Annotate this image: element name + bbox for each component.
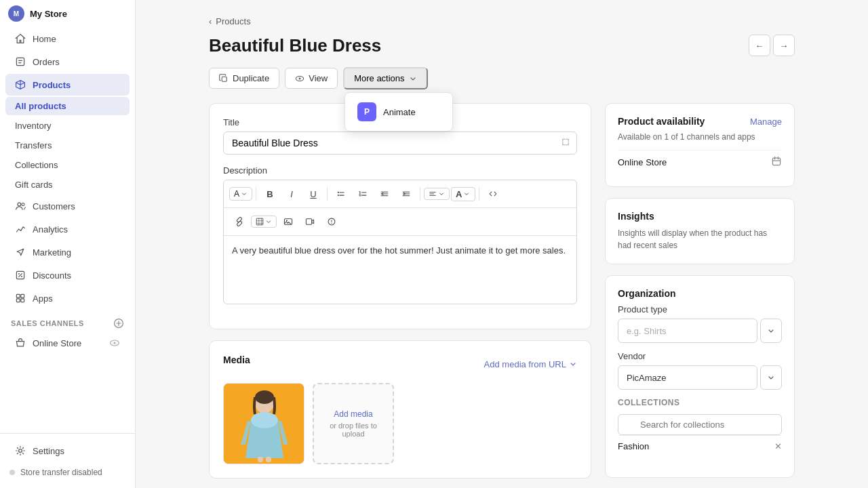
rte-italic-button[interactable]: I [281, 184, 302, 203]
view-button[interactable]: View [285, 68, 338, 89]
insights-title: Insights [618, 211, 654, 222]
action-bar: Duplicate View More actions P Animate [209, 67, 795, 89]
store-transfer-dot [9, 470, 15, 475]
add-media-url-button[interactable]: Add media from URL [484, 359, 577, 369]
svg-point-2 [22, 203, 24, 206]
media-upload-area[interactable]: Add media or drop files toupload [313, 383, 394, 464]
chevron-down-small-icon [241, 190, 248, 197]
duplicate-button[interactable]: Duplicate [209, 68, 279, 89]
svg-rect-0 [16, 58, 24, 65]
more-actions-button[interactable]: More actions [343, 67, 427, 89]
product-type-input[interactable]: e.g. Shirts [618, 319, 757, 343]
manage-availability-link[interactable]: Manage [750, 117, 782, 127]
rte-align-select[interactable] [424, 188, 450, 200]
vendor-dropdown-button[interactable] [760, 365, 782, 390]
rte-bold-button[interactable]: B [260, 184, 280, 203]
left-column: Title Description [209, 103, 591, 488]
vendor-input[interactable]: PicAmaze [618, 365, 757, 390]
align-chevron-icon [438, 190, 445, 197]
online-store-eye-icon [109, 338, 120, 348]
animate-icon: P [357, 102, 376, 121]
sidebar-item-customers[interactable]: Customers [5, 195, 130, 217]
rte-content-area[interactable]: A very beautiful blue dress over for the… [224, 236, 576, 304]
sidebar-item-collections[interactable]: Collections [5, 156, 130, 174]
rte-divider1 [256, 187, 256, 201]
availability-header: Product availability Manage [618, 116, 782, 127]
breadcrumb-products-link[interactable]: Products [216, 16, 250, 26]
svg-rect-26 [266, 457, 271, 462]
chevron-down-icon [409, 75, 417, 83]
calendar-icon[interactable] [771, 156, 782, 169]
sidebar-item-analytics[interactable]: Analytics [5, 218, 130, 240]
collections-search-wrapper [618, 414, 782, 435]
sidebar-item-apps[interactable]: Apps [5, 287, 130, 309]
sidebar-item-settings[interactable]: Settings [5, 440, 130, 462]
store-icon-nav [15, 338, 26, 348]
page-title: Beautiful Blue Dress [209, 35, 381, 56]
insights-header: Insights [618, 211, 782, 222]
sidebar-item-online-store[interactable]: Online Store [5, 332, 130, 354]
rte-video-button[interactable] [300, 212, 320, 231]
sidebar-item-inventory[interactable]: Inventory [5, 117, 130, 135]
store-name[interactable]: M My Store [0, 0, 135, 27]
svg-point-24 [251, 412, 278, 428]
rte-code-button[interactable] [483, 184, 503, 203]
rte-paragraph-select[interactable]: A [229, 187, 252, 201]
sidebar-item-transfers[interactable]: Transfers [5, 136, 130, 155]
svg-point-15 [338, 192, 339, 193]
media-thumbnail[interactable] [223, 383, 304, 464]
description-label: Description [223, 165, 577, 176]
sidebar-item-orders[interactable]: Orders [5, 51, 130, 73]
title-expand-icon [561, 138, 570, 149]
rte-special-char-button[interactable] [321, 212, 342, 231]
sidebar-item-home[interactable]: Home [5, 28, 130, 49]
orders-icon [15, 56, 26, 67]
collections-label: COLLECTIONS [618, 398, 782, 407]
rte-color-select[interactable]: A [451, 187, 475, 201]
rte-indent-inc-button[interactable] [396, 184, 416, 203]
sidebar-item-discounts[interactable]: Discounts [5, 264, 130, 286]
nav-arrows: ← → [749, 35, 795, 56]
remove-fashion-collection-button[interactable]: ✕ [774, 441, 782, 451]
animate-menu-item[interactable]: P Animate [349, 97, 448, 127]
vendor-field: Vendor PicAmaze [618, 351, 782, 390]
sidebar-item-gift-cards[interactable]: Gift cards [5, 176, 130, 194]
sidebar-item-all-products[interactable]: All products [5, 97, 130, 115]
rte-link-button[interactable] [229, 212, 250, 231]
svg-point-10 [113, 342, 115, 344]
sidebar-item-products[interactable]: Products [5, 74, 130, 96]
breadcrumb: ‹ Products [209, 16, 795, 26]
rte-underline-button[interactable]: U [303, 184, 323, 203]
next-product-button[interactable]: → [773, 35, 795, 56]
product-image [224, 384, 304, 464]
rte-indent-dec-button[interactable] [374, 184, 395, 203]
product-type-dropdown-button[interactable] [760, 319, 782, 343]
view-icon [295, 74, 304, 83]
svg-point-1 [18, 203, 21, 206]
discounts-icon [15, 270, 26, 281]
rich-text-editor: A B I U [223, 180, 577, 304]
rte-table-select[interactable] [251, 216, 277, 228]
svg-rect-5 [21, 294, 24, 298]
prev-product-button[interactable]: ← [749, 35, 770, 56]
svg-rect-6 [16, 299, 20, 302]
add-channel-icon[interactable] [113, 318, 124, 329]
insights-card: Insights Insights will display when the … [605, 198, 795, 264]
more-actions-dropdown: P Animate [344, 92, 453, 131]
right-column: Product availability Manage Available on… [605, 103, 795, 488]
rte-image-button[interactable] [278, 212, 298, 231]
sidebar-item-marketing[interactable]: Marketing [5, 241, 130, 263]
products-icon [15, 79, 26, 90]
rte-divider3 [420, 187, 420, 201]
rte-unordered-list-button[interactable] [331, 184, 351, 203]
vendor-label: Vendor [618, 351, 782, 361]
insights-description: Insights will display when the product h… [618, 227, 782, 251]
collections-search-input[interactable] [618, 414, 782, 435]
customers-icon [15, 201, 26, 211]
rte-divider2 [327, 187, 328, 201]
availability-card: Product availability Manage Available on… [605, 103, 795, 187]
title-input-wrapper [223, 131, 577, 155]
availability-title: Product availability [618, 116, 705, 127]
title-input[interactable] [223, 131, 577, 155]
rte-ordered-list-button[interactable] [353, 184, 373, 203]
